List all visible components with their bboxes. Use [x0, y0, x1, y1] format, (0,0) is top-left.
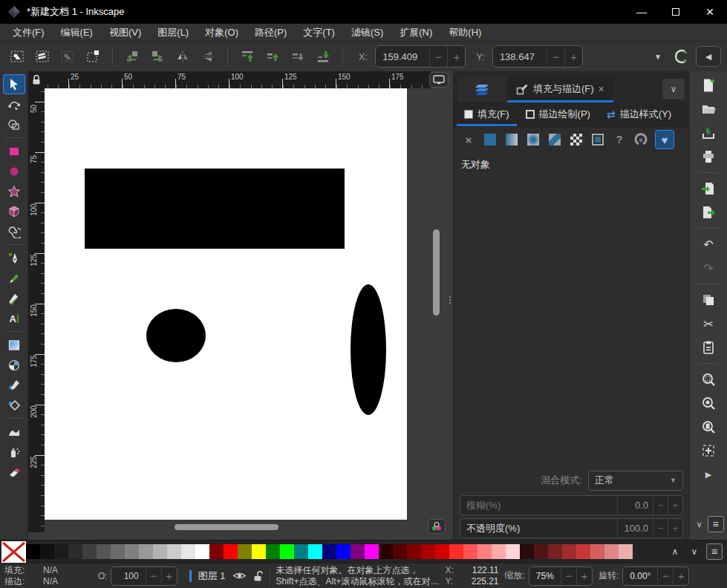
y-spinner[interactable]: 138.647 − +: [492, 45, 583, 68]
blur-decrement-button[interactable]: −: [653, 496, 668, 514]
blur-value[interactable]: 0.0: [617, 496, 653, 514]
object-opacity-decrement[interactable]: −: [146, 567, 161, 585]
text-tool[interactable]: A: [3, 308, 25, 328]
horizontal-ruler[interactable]: 255075100125150175: [45, 71, 431, 88]
next-page-button[interactable]: ▶: [700, 466, 717, 483]
palette-swatch[interactable]: [195, 544, 209, 559]
box3d-tool[interactable]: [3, 201, 25, 221]
no-color-swatch[interactable]: [1, 541, 26, 563]
calligraphy-tool[interactable]: [3, 288, 25, 308]
palette-swatch[interactable]: [449, 544, 463, 559]
redo-button[interactable]: ↷: [700, 260, 717, 276]
lower-to-bottom-button[interactable]: [312, 46, 334, 67]
menu-item[interactable]: 视图(V): [101, 24, 149, 41]
palette-swatch[interactable]: [82, 544, 97, 559]
rotation-value[interactable]: 0.00°: [623, 571, 657, 581]
zoom-spinner[interactable]: 75% − +: [529, 566, 593, 586]
zoom-drawing-button[interactable]: [700, 395, 717, 411]
menu-item[interactable]: 滤镜(S): [343, 24, 391, 41]
rotate-cw-button[interactable]: [146, 46, 169, 67]
horizontal-scrollbar-thumb[interactable]: [175, 524, 278, 530]
subtab-fill[interactable]: 填充(F): [457, 102, 517, 126]
tab-close-icon[interactable]: ×: [599, 83, 604, 95]
select-all-button[interactable]: [6, 46, 28, 67]
palette-swatch[interactable]: [590, 544, 604, 559]
palette-swatch[interactable]: [435, 544, 449, 559]
menu-item[interactable]: 文字(T): [295, 24, 343, 41]
palette-swatch[interactable]: [365, 544, 379, 559]
dock-options-chevron[interactable]: ∨: [662, 79, 685, 99]
swatch-button[interactable]: [590, 132, 605, 147]
flip-horizontal-button[interactable]: [172, 46, 194, 67]
tab-layers-dialog[interactable]: [458, 77, 506, 102]
eraser-tool[interactable]: [3, 462, 25, 482]
palette-swatch[interactable]: [534, 544, 548, 559]
export-button[interactable]: [700, 204, 717, 220]
copy-button[interactable]: [700, 292, 717, 308]
palette-swatch[interactable]: [520, 544, 534, 559]
toolbar-overflow-dropdown[interactable]: ▼: [648, 53, 668, 61]
palette-swatch[interactable]: [252, 544, 266, 559]
canvas-area[interactable]: 255075100125150175 507510012515017520022…: [28, 71, 453, 540]
linear-gradient-button[interactable]: [504, 132, 519, 147]
shape-builder-tool[interactable]: [3, 114, 25, 134]
raise-button[interactable]: [261, 46, 284, 67]
mesh-gradient-button[interactable]: [547, 132, 562, 147]
opacity-decrement-button[interactable]: −: [653, 519, 668, 538]
vertical-scrollbar-thumb[interactable]: [433, 229, 440, 316]
menu-item[interactable]: 扩展(N): [391, 24, 440, 41]
mesh-gradient-tool[interactable]: [3, 355, 25, 375]
ruler-lock-corner[interactable]: [28, 71, 45, 88]
document-page[interactable]: [45, 88, 407, 520]
import-button[interactable]: [700, 180, 717, 197]
blend-mode-dropdown[interactable]: 正常 ▼: [588, 471, 683, 491]
blur-increment-button[interactable]: +: [668, 496, 682, 514]
fill-stroke-indicator[interactable]: 填充:N/A 描边:N/A: [4, 565, 92, 587]
radial-gradient-button[interactable]: [526, 132, 541, 147]
palette-swatch[interactable]: [181, 544, 195, 559]
y-increment-button[interactable]: +: [564, 46, 582, 67]
blur-slider[interactable]: 模糊(%) 0.0 − +: [460, 495, 683, 515]
menu-item[interactable]: 文件(F): [4, 24, 53, 41]
save-document-button[interactable]: [700, 125, 717, 141]
horizontal-scrollbar[interactable]: [45, 523, 425, 532]
spray-tool[interactable]: [3, 442, 25, 462]
layer-visibility-eye-icon[interactable]: [232, 571, 247, 581]
dropper-tool[interactable]: [3, 375, 25, 395]
palette-menu-button[interactable]: ≡: [706, 543, 723, 560]
palette-swatch[interactable]: [266, 544, 280, 559]
opacity-slider[interactable]: 不透明度(%) 100.0 − +: [460, 518, 683, 538]
object-opacity-increment[interactable]: +: [161, 567, 177, 585]
palette-swatch[interactable]: [40, 544, 54, 559]
palette-swatch[interactable]: [492, 544, 506, 559]
gradient-tool[interactable]: [3, 335, 25, 355]
paste-button[interactable]: [700, 339, 717, 356]
palette-swatch[interactable]: [351, 544, 365, 559]
palette-swatch[interactable]: [477, 544, 492, 559]
palette-swatch[interactable]: [167, 544, 181, 559]
snap-bar-collapse-button[interactable]: ◀: [696, 46, 721, 67]
menu-item[interactable]: 图层(L): [149, 24, 197, 41]
pen-tool[interactable]: [3, 248, 25, 268]
palette-swatch[interactable]: [26, 544, 40, 559]
swirl-paint-button[interactable]: [633, 132, 648, 147]
tab-fill-stroke-dialog[interactable]: 填充与描边(F) ×: [507, 77, 613, 102]
subtab-stroke-style[interactable]: ⇄描边样式(Y): [599, 102, 679, 126]
snap-toggle-icon[interactable]: [671, 46, 693, 67]
undo-button[interactable]: ↶: [700, 236, 717, 252]
opacity-value[interactable]: 100.0: [617, 519, 653, 538]
paint-none-button[interactable]: ×: [461, 132, 476, 147]
palette-swatch[interactable]: [125, 544, 139, 559]
zoom-increment[interactable]: +: [576, 567, 592, 585]
print-button[interactable]: [700, 148, 717, 165]
rotate-ccw-button[interactable]: [121, 46, 143, 67]
menu-item[interactable]: 路径(P): [247, 24, 295, 41]
palette-scroll-up-button[interactable]: ∧: [668, 546, 682, 557]
menu-item[interactable]: 对象(O): [197, 24, 247, 41]
palette-swatch[interactable]: [393, 544, 407, 559]
x-decrement-button[interactable]: −: [429, 46, 447, 67]
palette-swatch[interactable]: [619, 544, 633, 559]
close-button[interactable]: ×: [693, 0, 727, 24]
layer-lock-open-icon[interactable]: [253, 570, 264, 582]
layer-name[interactable]: 图层 1: [198, 569, 226, 583]
